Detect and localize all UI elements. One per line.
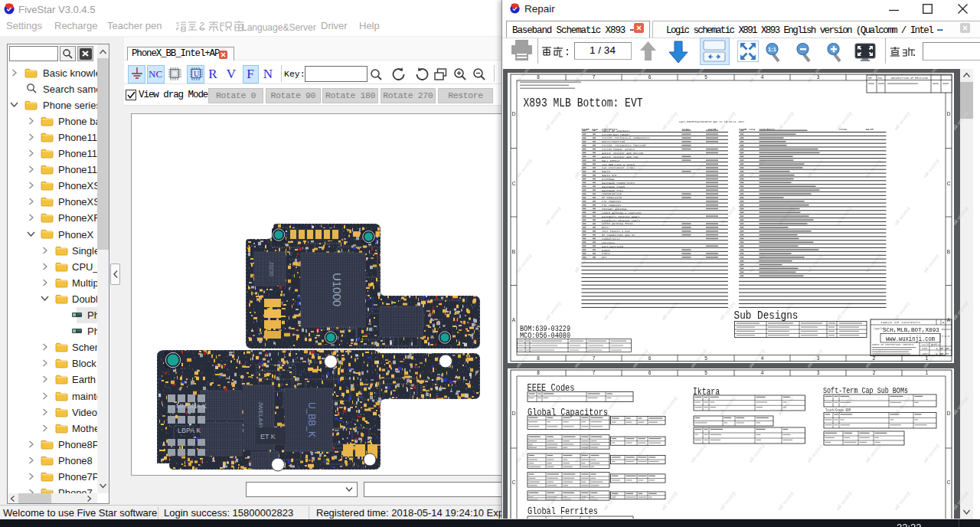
svg-text:4: 4 [761, 74, 764, 80]
svg-text:Sub Designs: Sub Designs [734, 309, 799, 322]
svg-text:2: 2 [873, 370, 876, 375]
svg-text:Soft-Term Cap Sub BOMs: Soft-Term Cap Sub BOMs [823, 386, 908, 395]
svg-text:DIVERSITY RECEIVE ADAPT: DIVERSITY RECEIVE ADAPT [602, 215, 640, 218]
svg-text:5: 5 [704, 370, 707, 375]
svg-text:B: B [947, 249, 950, 254]
svg-text:TEST POINTS & E2B: TEST POINTS & E2B [602, 230, 631, 233]
svg-text:6: 6 [648, 74, 652, 80]
svg-text:ECN: ECN [878, 77, 883, 80]
svg-text:BASEBAND POWER: BASEBAND POWER [602, 185, 626, 188]
svg-text:MHBBA K: MHBBA K [176, 402, 207, 410]
svg-text:C: C [947, 181, 951, 186]
svg-text:1 OF 40: 1 OF 40 [936, 347, 949, 350]
svg-text:DSRDS: DSRDS [602, 249, 610, 252]
svg-text:051-01147: 051-01147 [942, 328, 951, 331]
svg-text:PRIMARY ANTENNA: PRIMARY ANTENNA [602, 208, 627, 211]
svg-text:Language&Server: Language&Server [242, 22, 316, 33]
svg-text:A: A [512, 317, 516, 322]
svg-text:DIVERSITY RECEIVE LNA/S: DIVERSITY RECEIVE LNA/S [602, 219, 640, 222]
svg-text:I2o Interposer (Top): I2o Interposer (Top) [602, 166, 635, 169]
svg-text:ET K: ET K [260, 433, 276, 440]
svg-text:geek+1: geek+1 [931, 343, 940, 346]
svg-text:7.0.3: 7.0.3 [942, 335, 949, 338]
svg-text:RF CONNECTORS AND MI: RF CONNECTORS AND MI [602, 234, 635, 237]
svg-text:8: 8 [537, 355, 540, 361]
svg-text:U_BB_K: U_BB_K [306, 402, 317, 437]
svg-text:U: U [194, 70, 200, 78]
svg-text:4: 4 [761, 370, 764, 375]
svg-text:HALL EFFECT: HALL EFFECT [602, 159, 621, 162]
svg-text:D: D [947, 111, 951, 116]
svg-text:scale: scale [922, 343, 929, 346]
svg-text:7: 7 [593, 355, 596, 361]
svg-text:PTE TRANSMIT: PTE TRANSMIT [602, 200, 622, 203]
svg-text:J3230: J3230 [269, 261, 274, 276]
svg-text:5: 5 [704, 74, 707, 80]
svg-text:RF REGULATOR: RF REGULATOR [602, 196, 622, 199]
svg-text:6: 6 [648, 370, 652, 375]
svg-text:DESCRIPTION OF REVISION: DESCRIPTION OF REVISION [891, 77, 928, 80]
svg-text:Global Ferrites: Global Ferrites [528, 506, 598, 517]
svg-text:TABLE OF CONTENTS: TABLE OF CONTENTS [602, 129, 630, 133]
svg-text:SYSTEM: Testpoints (Bottom): SYSTEM: Testpoints (Bottom) [602, 144, 646, 147]
svg-text:D: D [512, 111, 516, 116]
svg-text:SymbolTests: SymbolTests [602, 237, 620, 241]
svg-text:I2o RGB Lens & Touch: I2o RGB Lens & Touch [602, 163, 635, 166]
svg-text:A: A [947, 317, 951, 322]
svg-text:CODE: CODE [922, 348, 927, 350]
svg-text:AUDIO: Speaker Amp Top: AUDIO: Speaker Amp Top [602, 155, 638, 159]
svg-text:Global Capacitors: Global Capacitors [528, 407, 608, 418]
svg-text:U1000: U1000 [331, 273, 344, 306]
svg-text:D: D [512, 411, 516, 416]
svg-text:TABLE OF CONTENTS: TABLE OF CONTENTS [880, 321, 921, 324]
svg-text:B: B [512, 249, 515, 254]
svg-text:(Apple): (Apple) [874, 327, 884, 330]
svg-text:PTE TRANSMIT: PTE TRANSMIT [602, 204, 622, 207]
svg-text:WET: WET [602, 256, 607, 259]
svg-text:PSRM2: PSRM2 [602, 252, 610, 255]
svg-text:BOOSTSTRAPPING: BOOSTSTRAPPING [602, 140, 625, 143]
svg-text:WiFi/ANTPaneb: WiFi/ANTPaneb [602, 245, 623, 248]
svg-text:5: 5 [704, 355, 707, 361]
svg-text:RADIO MLB: RADIO MLB [602, 174, 617, 177]
svg-text:CHARGING/USB: CHARGING/USB [602, 192, 622, 195]
svg-text:GNSS: GNSS [602, 226, 609, 229]
svg-text:3: 3 [817, 355, 820, 361]
svg-text:EXTERNAL: EXTERNAL [602, 178, 615, 181]
svg-text:BASEBAND PMIC: BASEBAND PMIC [602, 189, 623, 192]
svg-text:C&A: C&A [750, 127, 756, 131]
svg-text:C: C [947, 480, 951, 485]
svg-text:REV: REV [868, 77, 873, 80]
svg-text:AUDIO: Speaker Amp Bottom: AUDIO: Speaker Amp Bottom [602, 152, 643, 155]
svg-text:www.wuxinji.com: www.wuxinji.com [886, 336, 935, 343]
svg-text:LAST_MODIFICATION=Tue Apr 11 1: LAST_MODIFICATION=Tue Apr 11 16:16:11 20… [679, 119, 744, 123]
svg-text:C: C [512, 480, 516, 485]
svg-text:NORTH OF PROPRIETARY PROPERTY: NORTH OF PROPRIETARY PROPERTY [872, 343, 914, 346]
svg-text:RADIO: RADIO [602, 170, 610, 173]
svg-text:SCH,MLB,BOT,X893: SCH,MLB,BOT,X893 [883, 328, 939, 333]
svg-text:1: 1 [926, 370, 929, 375]
svg-text:6: 6 [648, 355, 652, 361]
svg-text:7: 7 [593, 74, 596, 80]
svg-text:4: 4 [761, 355, 764, 361]
svg-text:Coexents: Coexents [602, 241, 615, 244]
svg-text:1:1: 1:1 [768, 46, 776, 53]
svg-text:SHEET: SHEET [922, 353, 929, 355]
svg-text:X893 MLB Bottom: EVT: X893 MLB Bottom: EVT [524, 97, 643, 110]
svg-text:DATE: DATE [866, 127, 874, 131]
svg-text:SYSTEM:BOM THEORY: SYSTEM:BOM THEORY [602, 133, 631, 136]
svg-text:UPPER ANTENNA FEEDS: UPPER ANTENNA FEEDS [602, 222, 633, 225]
svg-text:LOWER ANTENNA & COUPLERS: LOWER ANTENNA & COUPLERS [602, 211, 642, 214]
svg-text:SYSTEM: Mechanical Components: SYSTEM: Mechanical Components [602, 136, 650, 139]
svg-text:SYSTEM POWER: Others: SYSTEM POWER: Others [602, 148, 635, 151]
svg-text:8: 8 [537, 74, 540, 80]
svg-text:7: 7 [593, 370, 596, 375]
svg-text:1 OF 34: 1 OF 34 [936, 352, 949, 355]
svg-text:LBPA K: LBPA K [178, 427, 201, 434]
svg-text:Touch/Grape BOM: Touch/Grape BOM [825, 408, 851, 412]
svg-text:BASEBAND POWER/TEMPS: BASEBAND POWER/TEMPS [602, 182, 635, 185]
svg-text:3: 3 [817, 370, 820, 375]
svg-text:8: 8 [537, 370, 540, 375]
svg-text:D: D [947, 411, 951, 416]
svg-text:C: C [512, 181, 516, 186]
